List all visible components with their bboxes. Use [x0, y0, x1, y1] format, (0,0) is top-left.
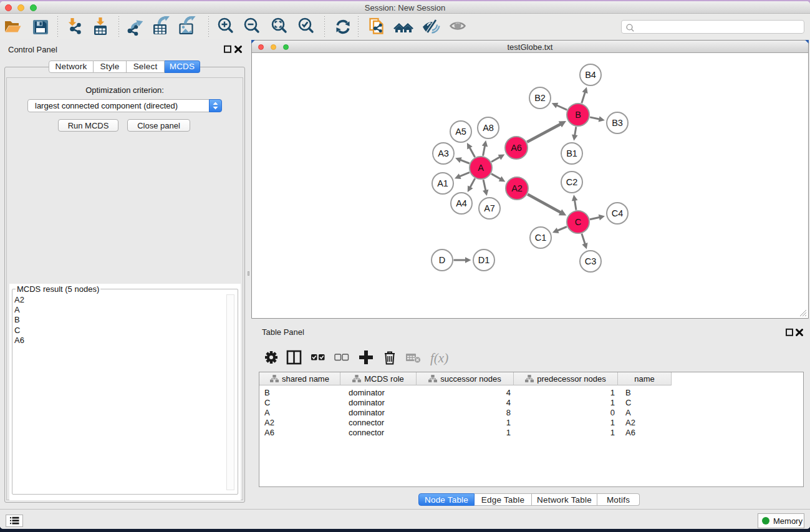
svg-text:C1: C1	[535, 233, 547, 243]
svg-text:D1: D1	[478, 255, 490, 265]
svg-text:B1: B1	[566, 148, 577, 158]
svg-text:B4: B4	[585, 70, 596, 80]
svg-text:A2: A2	[511, 183, 523, 193]
svg-text:A6: A6	[511, 143, 522, 153]
svg-text:A1: A1	[437, 178, 448, 188]
svg-text:A3: A3	[438, 148, 449, 158]
svg-text:A5: A5	[455, 127, 466, 137]
svg-text:C: C	[575, 217, 581, 227]
svg-text:B: B	[575, 110, 581, 120]
svg-text:B2: B2	[534, 93, 546, 103]
svg-text:A8: A8	[483, 123, 494, 133]
svg-text:B3: B3	[612, 118, 623, 128]
svg-text:C4: C4	[612, 208, 624, 218]
svg-text:A7: A7	[484, 203, 495, 213]
svg-text:A: A	[478, 163, 484, 173]
svg-text:A4: A4	[456, 198, 467, 208]
svg-text:C3: C3	[585, 256, 597, 266]
svg-text:C2: C2	[566, 177, 578, 187]
svg-text:D: D	[439, 255, 445, 265]
